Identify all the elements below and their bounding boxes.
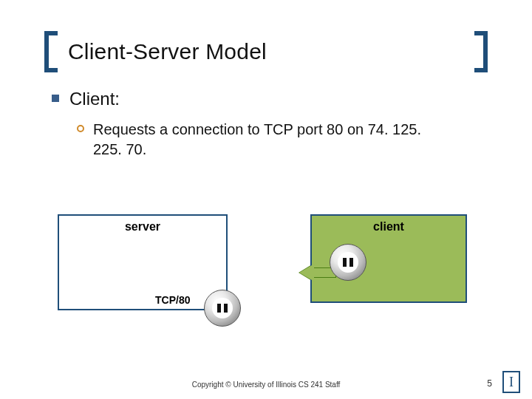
bullet-level-2: Requests a connection to TCP port 80 on …: [77, 120, 488, 160]
page-number: 5: [487, 378, 492, 389]
diagram: server client TCP/80: [44, 214, 488, 340]
bullet1-text: Client:: [69, 89, 120, 109]
client-label: client: [312, 216, 466, 233]
server-label: server: [59, 216, 226, 233]
socket-server-icon: [204, 290, 241, 327]
slide-title: Client-Server Model: [64, 39, 271, 64]
logo-letter: I: [509, 375, 514, 390]
bullet2-text: Requests a connection to TCP port 80 on …: [93, 120, 448, 160]
square-bullet-icon: [52, 95, 59, 102]
bullet-level-1: Client:: [52, 89, 488, 109]
title-row: Client-Server Model: [44, 31, 488, 72]
port-label: TCP/80: [155, 294, 190, 306]
bracket-right-icon: [474, 31, 488, 72]
slide: Client-Server Model Client: Requests a c…: [0, 0, 532, 399]
footer-copyright: Copyright © University of Illinois CS 24…: [0, 381, 532, 389]
bullet-list: Client: Requests a connection to TCP por…: [44, 89, 488, 160]
server-box: server: [58, 214, 228, 310]
circle-bullet-icon: [77, 125, 84, 132]
socket-client-icon: [330, 244, 366, 281]
bracket-left-icon: [44, 31, 58, 72]
illinois-logo-icon: I: [502, 371, 520, 393]
